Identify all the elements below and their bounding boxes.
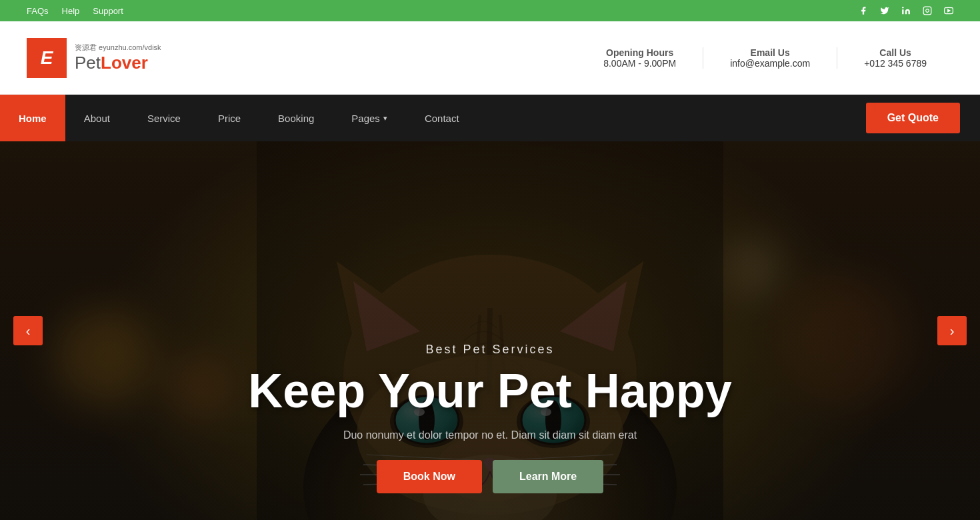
book-now-button[interactable]: Book Now <box>377 460 482 493</box>
logo-subtitle: 资源君 eyunzhu.com/vdisk <box>75 43 161 53</box>
top-bar-links: FAQs Help Support <box>27 6 123 16</box>
nav-booking[interactable]: Booking <box>259 95 333 141</box>
opening-hours-value: 8.00AM - 9.00PM <box>603 58 676 69</box>
logo: E 资源君 eyunzhu.com/vdisk PetLover <box>27 38 161 78</box>
twitter-icon[interactable] <box>880 6 889 15</box>
hero-next-button[interactable]: › <box>937 316 967 345</box>
nav-pages[interactable]: Pages ▾ <box>333 95 406 141</box>
logo-text: 资源君 eyunzhu.com/vdisk PetLover <box>75 43 161 73</box>
instagram-icon[interactable] <box>923 6 932 15</box>
get-quote-button[interactable]: Get Quote <box>866 103 960 133</box>
navigation: Home About Service Price Booking Pages ▾… <box>0 95 980 141</box>
email-label: Email Us <box>751 47 790 58</box>
nav-service[interactable]: Service <box>129 95 199 141</box>
email-value: info@example.com <box>730 58 810 69</box>
opening-hours-block: Opening Hours 8.00AM - 9.00PM <box>577 47 703 69</box>
facebook-icon[interactable] <box>859 6 868 15</box>
nav-home[interactable]: Home <box>0 95 65 141</box>
header: E 资源君 eyunzhu.com/vdisk PetLover Opening… <box>0 21 980 95</box>
hero-content: Best Pet Services Keep Your Pet Happy Du… <box>0 343 980 493</box>
email-block: Email Us info@example.com <box>703 47 837 69</box>
top-bar: FAQs Help Support <box>0 0 980 21</box>
linkedin-icon[interactable] <box>901 6 911 15</box>
svg-rect-1 <box>923 7 931 15</box>
support-link[interactable]: Support <box>93 6 123 16</box>
faq-link[interactable]: FAQs <box>27 6 49 16</box>
logo-name: PetLover <box>75 53 161 73</box>
nav-items: Home About Service Price Booking Pages ▾… <box>0 95 478 141</box>
learn-more-button[interactable]: Learn More <box>493 460 603 493</box>
hero-section: ‹ Best Pet Services Keep Your Pet Happy … <box>0 141 980 520</box>
nav-price[interactable]: Price <box>199 95 259 141</box>
hero-title: Keep Your Pet Happy <box>0 365 980 417</box>
youtube-icon[interactable] <box>944 6 953 15</box>
phone-block: Call Us +012 345 6789 <box>837 47 953 69</box>
help-link[interactable]: Help <box>62 6 80 16</box>
opening-hours-label: Opening Hours <box>606 47 673 58</box>
pages-dropdown-arrow: ▾ <box>383 114 387 123</box>
logo-icon: E <box>27 38 67 78</box>
social-icons <box>859 6 953 15</box>
nav-about[interactable]: About <box>65 95 129 141</box>
hero-buttons: Book Now Learn More <box>0 460 980 493</box>
hero-prev-button[interactable]: ‹ <box>13 316 43 345</box>
phone-label: Call Us <box>879 47 911 58</box>
hero-subtitle: Best Pet Services <box>0 343 980 357</box>
header-info: Opening Hours 8.00AM - 9.00PM Email Us i… <box>577 47 953 69</box>
svg-marker-3 <box>948 9 950 12</box>
phone-value: +012 345 6789 <box>864 58 927 69</box>
hero-description: Duo nonumy et dolor tempor no et. Diam s… <box>0 429 980 441</box>
nav-contact[interactable]: Contact <box>406 95 478 141</box>
svg-point-0 <box>902 7 903 8</box>
